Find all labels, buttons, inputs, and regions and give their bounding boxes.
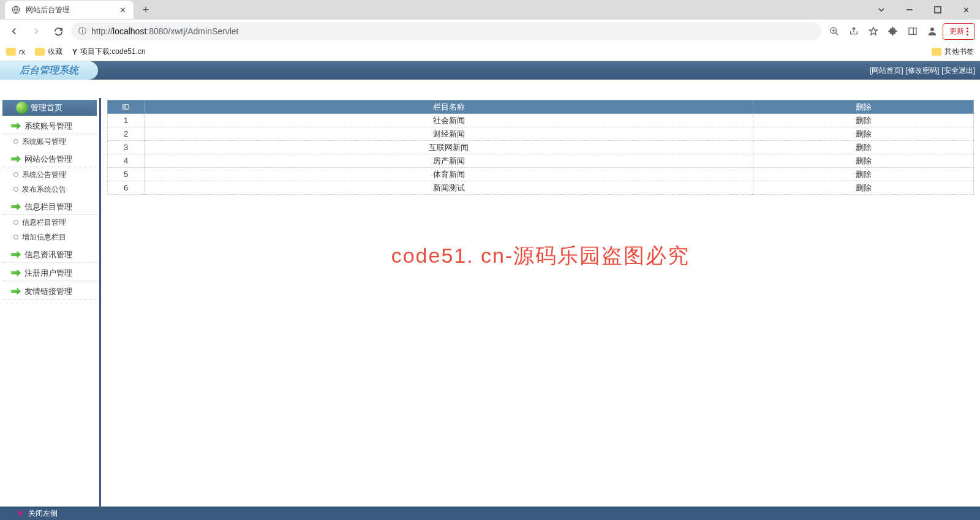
- arrow-icon: [11, 288, 21, 295]
- bookmark-bar: rx 收藏 Y项目下载:code51.cn 其他书签: [0, 43, 980, 61]
- sidebar-category-label: 网站公告管理: [24, 154, 72, 165]
- bookmark-other[interactable]: 其他书签: [932, 47, 974, 57]
- globe-icon: [16, 102, 28, 114]
- sidebar-home[interactable]: 管理首页: [2, 100, 97, 116]
- bookmark-code51[interactable]: Y项目下载:code51.cn: [72, 47, 146, 57]
- cell-name: 房产新闻: [145, 154, 753, 168]
- sidebar-category-label: 友情链接管理: [24, 286, 72, 297]
- back-button[interactable]: [5, 22, 23, 40]
- update-button[interactable]: 更新: [943, 23, 975, 40]
- folder-icon: [932, 48, 941, 56]
- svg-rect-7: [909, 28, 916, 35]
- cell-delete: 删除: [753, 127, 974, 141]
- sidebar-category[interactable]: 友情链接管理: [2, 284, 97, 300]
- sidebar: 管理首页 系统账号管理系统账号管理网站公告管理系统公告管理发布系统公告信息栏目管…: [0, 98, 101, 507]
- browser-chrome: 网站后台管理 ✕ + ✕ ⓘ http://localhost:8080/xwt…: [0, 0, 980, 61]
- arrow-icon: [11, 122, 21, 130]
- cell-delete: 删除: [753, 168, 974, 181]
- sidebar-subitem[interactable]: 系统公告管理: [0, 167, 99, 182]
- zoom-icon[interactable]: [825, 22, 843, 40]
- cell-name: 社会新闻: [145, 114, 753, 127]
- svg-point-9: [930, 28, 934, 31]
- arrow-icon: [11, 203, 21, 211]
- new-tab-button[interactable]: +: [137, 1, 154, 18]
- url-input[interactable]: ⓘ http://localhost:8080/xwtj/AdminServle…: [71, 22, 821, 40]
- sidebar-category[interactable]: 信息栏目管理: [2, 199, 97, 215]
- header-links: [网站首页] [修改密码] [安全退出]: [870, 66, 980, 76]
- sidebar-subitem[interactable]: 系统账号管理: [0, 134, 99, 149]
- sidebar-category[interactable]: 系统账号管理: [2, 118, 97, 134]
- sidepanel-icon[interactable]: [903, 22, 922, 40]
- table-row: 4房产新闻删除: [108, 154, 974, 168]
- site-info-icon[interactable]: ⓘ: [78, 26, 86, 37]
- sidebar-category-label: 系统账号管理: [24, 121, 72, 132]
- browser-tab[interactable]: 网站后台管理 ✕: [5, 1, 134, 19]
- svg-rect-2: [935, 7, 941, 13]
- menu-dots-icon: [967, 28, 968, 36]
- app-header: 后台管理系统 [网站首页] [修改密码] [安全退出]: [0, 61, 980, 80]
- sidebar-subitem[interactable]: 增加信息栏目: [0, 230, 99, 244]
- delete-link[interactable]: 删除: [856, 156, 872, 165]
- address-bar: ⓘ http://localhost:8080/xwtj/AdminServle…: [0, 20, 980, 43]
- arrow-icon: [11, 251, 21, 258]
- table-header-row: ID 栏目名称 删除: [108, 100, 974, 114]
- globe-icon: [11, 5, 21, 15]
- close-window-button[interactable]: ✕: [952, 0, 980, 20]
- content: ID 栏目名称 删除 1社会新闻删除2财经新闻删除3互联网新闻删除4房产新闻删除…: [101, 98, 980, 507]
- forward-button[interactable]: [27, 22, 45, 40]
- profile-icon[interactable]: [923, 22, 941, 40]
- delete-link[interactable]: 删除: [856, 116, 872, 125]
- close-left-panel[interactable]: 关闭左侧: [28, 508, 58, 519]
- minimize-button[interactable]: [895, 0, 924, 20]
- link-change-password[interactable]: [修改密码]: [906, 66, 940, 76]
- star-icon[interactable]: [864, 22, 883, 40]
- tab-title: 网站后台管理: [26, 5, 118, 15]
- share-icon[interactable]: [845, 22, 863, 40]
- site-icon: Y: [72, 48, 77, 56]
- cell-name: 体育新闻: [145, 168, 753, 181]
- sidebar-category[interactable]: 网站公告管理: [2, 151, 97, 167]
- delete-link[interactable]: 删除: [856, 183, 872, 192]
- cell-delete: 删除: [753, 181, 974, 195]
- sidebar-subitem[interactable]: 发布系统公告: [0, 182, 99, 197]
- logo-text: 后台管理系统: [20, 64, 78, 77]
- extensions-icon[interactable]: [884, 22, 902, 40]
- sidebar-category[interactable]: 信息资讯管理: [2, 247, 97, 263]
- th-name: 栏目名称: [145, 100, 753, 114]
- sidebar-category[interactable]: 注册用户管理: [2, 265, 97, 281]
- bookmark-favorites[interactable]: 收藏: [35, 47, 62, 57]
- link-logout[interactable]: [安全退出]: [941, 66, 975, 76]
- footer-bar: ✕ 关闭左侧: [0, 507, 980, 520]
- url-scheme: http://: [91, 26, 113, 36]
- delete-link[interactable]: 删除: [856, 143, 872, 152]
- sidebar-category-label: 信息资讯管理: [24, 249, 72, 260]
- url-host: localhost: [113, 26, 146, 36]
- watermark-text: code51. cn-源码乐园盗图必究: [101, 242, 980, 270]
- sidebar-subitem[interactable]: 信息栏目管理: [0, 215, 99, 230]
- table-row: 2财经新闻删除: [108, 127, 974, 141]
- delete-link[interactable]: 删除: [856, 170, 872, 179]
- cell-name: 新闻测试: [145, 181, 753, 195]
- cell-id: 2: [108, 127, 145, 141]
- close-icon[interactable]: ✕: [17, 509, 23, 518]
- dropdown-icon[interactable]: [867, 0, 895, 20]
- th-id: ID: [108, 100, 145, 114]
- window-controls: ✕: [867, 0, 980, 20]
- reload-button[interactable]: [49, 22, 67, 40]
- logo-block: 后台管理系统: [0, 61, 98, 80]
- cell-delete: 删除: [753, 114, 974, 127]
- link-site-home[interactable]: [网站首页]: [870, 66, 903, 76]
- main-wrap: 管理首页 系统账号管理系统账号管理网站公告管理系统公告管理发布系统公告信息栏目管…: [0, 98, 980, 507]
- maximize-button[interactable]: [924, 0, 952, 20]
- sidebar-home-label: 管理首页: [31, 102, 62, 113]
- url-port: :8080: [146, 26, 168, 36]
- bookmark-rx[interactable]: rx: [6, 48, 25, 56]
- svg-line-4: [835, 32, 838, 35]
- cell-id: 1: [108, 114, 145, 127]
- folder-icon: [35, 48, 45, 56]
- arrow-icon: [11, 269, 21, 277]
- cell-id: 3: [108, 141, 145, 154]
- close-icon[interactable]: ✕: [118, 5, 127, 15]
- delete-link[interactable]: 删除: [856, 129, 872, 138]
- table-row: 3互联网新闻删除: [108, 141, 974, 154]
